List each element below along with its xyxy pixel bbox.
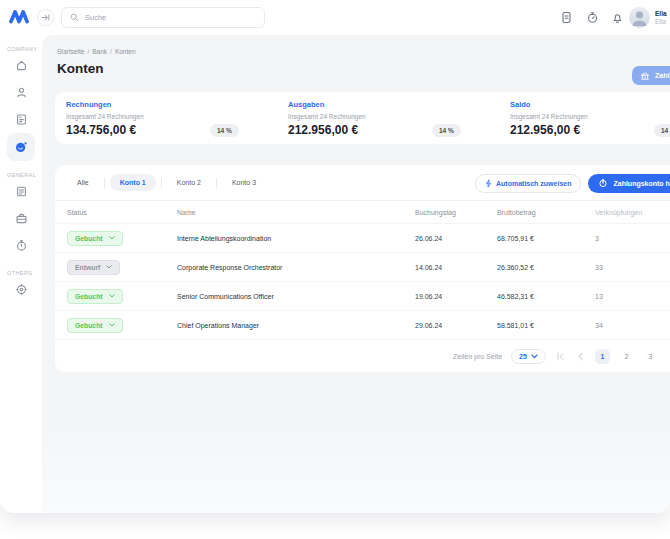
sidebar-item-contacts[interactable]: [7, 79, 35, 106]
table-row[interactable]: Gebucht Senior Communications Officer 19…: [55, 282, 670, 311]
page-button-3[interactable]: 3: [643, 349, 658, 364]
add-payment-account-label: Zahlungskonto hinzufügen: [613, 180, 670, 187]
home-icon: [15, 59, 28, 72]
stopwatch-icon[interactable]: [586, 11, 599, 24]
breadcrumb-bank[interactable]: Bank: [92, 48, 107, 55]
sidebar-item-bank[interactable]: [7, 133, 35, 161]
user-subtitle: Ella: [655, 18, 666, 25]
document-list-icon: [15, 185, 28, 198]
sidebar: COMPANY GENERAL OTHERS: [0, 35, 42, 513]
breadcrumb-current: Konten: [115, 48, 136, 55]
user-avatar[interactable]: [629, 7, 650, 28]
tab-divider: [161, 178, 162, 188]
accounts-table-card: Alle Konto 1 Konto 2 Konto 3 Automatisch…: [55, 165, 670, 372]
skip-to-first-icon: [556, 352, 565, 361]
chevron-down-icon: [106, 265, 112, 269]
first-page-button[interactable]: [555, 351, 566, 362]
tab-konto-1[interactable]: Konto 1: [110, 174, 156, 191]
tab-konto-2[interactable]: Konto 2: [167, 174, 211, 191]
stat-ausgaben: Ausgaben Insgesamt 24 Rechnungen 212.956…: [277, 92, 499, 144]
tab-alle[interactable]: Alle: [67, 174, 99, 191]
status-dropdown[interactable]: Entwurf: [67, 260, 120, 275]
row-links: 34: [595, 322, 670, 329]
sidebar-item-documents[interactable]: [7, 178, 35, 205]
row-links: 13: [595, 293, 670, 300]
add-payment-account-button[interactable]: Zahlungskonto hinzufügen: [588, 174, 670, 193]
breadcrumb: Startseite/Bank/Konten: [57, 48, 136, 55]
sidebar-item-settings[interactable]: [7, 276, 35, 303]
column-verknuepfungen: Verknüpfungen: [595, 209, 670, 216]
stat-label: Rechnungen: [66, 100, 277, 109]
status-label: Gebucht: [75, 322, 103, 329]
search-input[interactable]: [85, 13, 256, 22]
stat-rechnungen: Rechnungen Insgesamt 24 Rechnungen 134.7…: [55, 92, 277, 144]
bolt-icon: [485, 179, 492, 188]
stat-subtitle: Insgesamt 24 Rechnungen: [66, 113, 277, 120]
table-row[interactable]: Gebucht Chief Operations Manager 29.06.2…: [55, 311, 670, 340]
chevron-down-icon: [109, 323, 115, 327]
user-name-block[interactable]: Ella Ella: [655, 10, 667, 26]
chevron-down-icon: [109, 236, 115, 240]
row-name: Interne Abteilungskoordination: [177, 235, 415, 242]
table-row[interactable]: Gebucht Interne Abteilungskoordination 2…: [55, 224, 670, 253]
row-amount: 58.581,01 €: [497, 322, 595, 329]
row-name: Corporate Response Orchestrator: [177, 264, 415, 271]
row-date: 26.06.24: [415, 235, 497, 242]
column-status: Status: [67, 209, 177, 216]
status-label: Gebucht: [75, 293, 103, 300]
auto-assign-button[interactable]: Automatisch zuweisen: [475, 174, 581, 193]
row-links: 3: [595, 235, 670, 242]
topbar: Ella Ella: [0, 0, 670, 35]
sidebar-item-home[interactable]: [7, 52, 35, 79]
rows-per-page-value: 25: [519, 353, 527, 360]
column-buchungstag: Buchungstag: [415, 209, 497, 216]
main-content: Startseite/Bank/Konten Konten Zahlungsko…: [42, 35, 670, 513]
search-icon: [70, 13, 79, 22]
stat-label: Ausgaben: [288, 100, 499, 109]
breadcrumb-separator: /: [110, 48, 112, 55]
stat-subtitle: Insgesamt 24 Rechnungen: [288, 113, 499, 120]
status-dropdown[interactable]: Gebucht: [67, 318, 123, 333]
user-icon: [15, 86, 28, 99]
payment-account-header-button[interactable]: Zahlungskonto: [632, 66, 670, 85]
page-button-2[interactable]: 2: [619, 349, 634, 364]
row-name: Senior Communications Officer: [177, 293, 415, 300]
sidebar-item-invoices[interactable]: [7, 106, 35, 133]
stat-value: 212.956,00 €: [510, 123, 670, 137]
stat-delta-badge: 14 %: [654, 124, 670, 137]
stat-delta-badge: 14 %: [210, 124, 239, 137]
settings-icon: [15, 283, 28, 296]
sidebar-item-work[interactable]: [7, 205, 35, 232]
page-title: Konten: [57, 61, 104, 76]
column-name: Name: [177, 209, 415, 216]
tab-konto-3[interactable]: Konto 3: [222, 174, 266, 191]
bell-icon[interactable]: [611, 11, 624, 24]
chevron-left-icon: [577, 352, 584, 361]
table-row[interactable]: Entwurf Corporate Response Orchestrator …: [55, 253, 670, 282]
status-label: Entwurf: [75, 264, 100, 271]
previous-page-button[interactable]: [575, 351, 586, 362]
bank-icon: [14, 140, 28, 154]
column-bruttobetrag: Bruttobetrag: [497, 209, 595, 216]
bank-building-icon: [640, 71, 650, 81]
rows-per-page-label: Zeilen pro Seite: [453, 353, 502, 360]
rows-per-page-select[interactable]: 25: [511, 349, 546, 364]
sidebar-item-time[interactable]: [7, 232, 35, 259]
sidebar-section-others: OTHERS: [0, 270, 42, 276]
chevron-down-icon: [109, 294, 115, 298]
document-icon[interactable]: [560, 11, 573, 24]
row-amount: 46.582,31 €: [497, 293, 595, 300]
page-button-1[interactable]: 1: [595, 349, 610, 364]
stats-card: Rechnungen Insgesamt 24 Rechnungen 134.7…: [55, 92, 670, 144]
row-date: 19.06.24: [415, 293, 497, 300]
status-dropdown[interactable]: Gebucht: [67, 289, 123, 304]
breadcrumb-separator: /: [87, 48, 89, 55]
timer-icon: [15, 239, 28, 252]
tabs-row: Alle Konto 1 Konto 2 Konto 3 Automatisch…: [55, 165, 670, 201]
row-amount: 68.705,91 €: [497, 235, 595, 242]
sidebar-collapse-button[interactable]: [37, 9, 54, 26]
breadcrumb-home[interactable]: Startseite: [57, 48, 84, 55]
chevron-down-icon: [531, 354, 538, 359]
stat-delta-badge: 14 %: [432, 124, 461, 137]
status-dropdown[interactable]: Gebucht: [67, 231, 123, 246]
